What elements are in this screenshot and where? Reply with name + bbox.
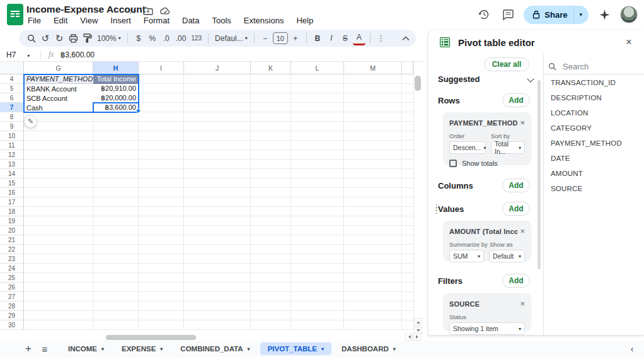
clear-all-button[interactable]: Clear all [484,57,529,71]
field-item-location[interactable]: LOCATION [551,109,589,117]
row-header-4[interactable]: 4 [0,74,24,84]
row-header-30[interactable]: 30 [0,320,24,330]
filter-status-select[interactable]: Showing 1 item▾ [449,322,525,335]
print-button[interactable] [67,32,80,45]
row-header-8[interactable]: 8 [0,112,24,122]
edit-pivot-pencil-button[interactable]: ✎ [24,115,37,128]
row-header-15[interactable]: 15 [0,178,24,188]
decrease-decimal-button[interactable]: .0 [160,32,173,45]
sheet-tab-menu-icon[interactable]: ▾ [248,346,250,352]
editor-scrollbar[interactable] [538,80,541,269]
menu-tools[interactable]: Tools [210,15,232,26]
column-header-M[interactable]: M [344,62,402,74]
menu-help[interactable]: Help [295,15,314,26]
bold-button[interactable]: B [311,32,324,45]
show-totals-checkbox[interactable] [449,160,457,167]
sheet-tab-dashboard[interactable]: DASHBOARD▾ [334,342,403,355]
column-header-L[interactable]: L [291,62,344,74]
column-header-J[interactable]: J [184,62,251,74]
format-percent-button[interactable]: % [146,32,159,45]
field-item-amount[interactable]: AMOUNT [551,170,583,177]
menu-edit[interactable]: Edit [52,15,69,26]
scroll-left-button[interactable] [405,333,413,341]
sheet-tab-menu-icon[interactable]: ▾ [101,346,104,352]
column-header-partial[interactable] [402,62,413,74]
row-header-19[interactable]: 19 [0,216,24,226]
row-header-16[interactable]: 16 [0,188,24,197]
menu-data[interactable]: Data [181,15,200,26]
grid-body[interactable] [24,74,413,330]
field-search-input[interactable]: Search [563,62,589,71]
more-toolbar-button[interactable]: ⋮ [375,32,388,45]
sheet-tab-income[interactable]: INCOME▾ [60,342,112,355]
scroll-right-button[interactable] [413,333,421,341]
row-header-17[interactable]: 17 [0,197,24,207]
row-header-18[interactable]: 18 [0,207,24,216]
spreadsheet-grid[interactable]: GHIJKLM 45678910111213141516171819202122… [0,62,423,341]
remove-values-field-icon[interactable]: × [520,226,525,236]
italic-button[interactable]: I [325,32,338,45]
row-header-28[interactable]: 28 [0,301,24,311]
pivot-label-cell[interactable]: KBANK Account [24,84,93,93]
zoom-select[interactable]: 100%▾ [95,32,123,45]
font-size-input[interactable]: 10 [273,32,288,44]
suggested-section-label[interactable]: Suggested [438,74,480,84]
increase-decimal-button[interactable]: .00 [174,32,188,45]
suggested-expand-icon[interactable] [527,75,534,82]
undo-button[interactable]: ↺ [39,32,52,45]
row-header-25[interactable]: 25 [0,273,24,283]
user-avatar[interactable] [620,6,638,23]
more-formats-button[interactable]: 123 [189,32,204,45]
pivot-value-cell[interactable]: ฿20,000.00 [93,93,139,103]
summarize-by-select[interactable]: SUM▾ [449,250,484,262]
all-sheets-button[interactable]: ≡ [38,342,52,356]
collapse-toolbar-icon[interactable] [402,30,410,47]
row-header-5[interactable]: 5 [0,84,24,93]
row-header-23[interactable]: 23 [0,254,24,264]
paint-format-button[interactable] [81,32,94,45]
row-header-24[interactable]: 24 [0,264,24,273]
add-columns-button[interactable]: Add [502,178,530,192]
sheet-tab-expense[interactable]: EXPENSE▾ [114,342,170,355]
font-select[interactable]: Defaul...▾ [213,32,250,45]
menu-file[interactable]: File [26,15,42,26]
menu-format[interactable]: Format [142,15,171,26]
row-header-7[interactable]: 7 [0,103,24,112]
horizontal-scrollbar[interactable] [106,335,196,340]
decrease-font-size-button[interactable]: − [259,32,272,45]
add-rows-button[interactable]: Add [502,93,530,107]
formula-input[interactable]: ฿3,600.00 [60,50,95,59]
format-currency-button[interactable]: $ [132,32,145,45]
menu-extensions[interactable]: Extensions [243,15,285,26]
column-header-I[interactable]: I [139,62,184,74]
vertical-scrollbar[interactable] [415,76,421,91]
pivot-value-header-cell[interactable]: Total Income [93,74,139,84]
text-color-button[interactable]: A [353,32,365,45]
sort-by-select[interactable]: Total In...▾ [491,141,525,154]
order-select[interactable]: Descen...▾ [449,141,486,154]
pivot-value-cell[interactable]: ฿3,600.00 [93,103,139,112]
version-history-icon[interactable] [476,6,492,23]
pivot-label-cell[interactable]: SCB Account [24,93,93,103]
share-button[interactable]: Share ▾ [524,6,589,24]
field-item-description[interactable]: DESCRIPTION [551,94,602,102]
row-header-6[interactable]: 6 [0,93,24,103]
pivot-value-cell[interactable]: ฿20,910.00 [93,84,139,93]
close-panel-icon[interactable]: × [623,36,635,49]
search-icon[interactable] [25,32,38,45]
strikethrough-button[interactable]: S [339,32,352,45]
row-header-26[interactable]: 26 [0,283,24,292]
increase-font-size-button[interactable]: + [289,32,302,45]
name-box[interactable]: H7▾ [0,50,39,59]
row-header-21[interactable]: 21 [0,235,24,245]
redo-button[interactable]: ↻ [53,32,66,45]
row-header-10[interactable]: 10 [0,131,24,141]
column-header-K[interactable]: K [251,62,291,74]
menu-insert[interactable]: Insert [109,15,132,26]
fill-handle[interactable] [136,108,141,113]
field-item-category[interactable]: CATEGORY [551,124,592,132]
remove-filters-field-icon[interactable]: × [520,299,525,308]
add-filters-button[interactable]: Add [502,274,530,288]
field-item-source[interactable]: SOURCE [551,185,582,192]
collapse-panel-icon[interactable]: ‹ [628,344,636,353]
